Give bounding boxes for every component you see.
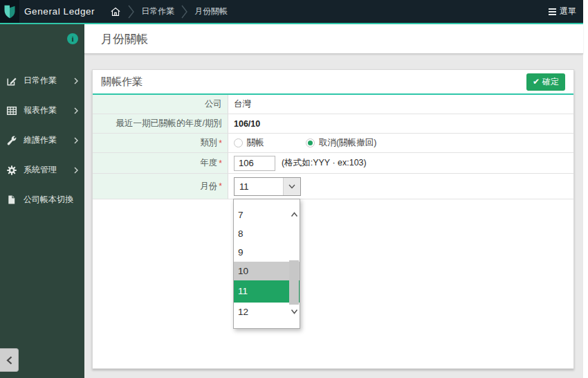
book-icon [6, 194, 18, 206]
scroll-up-icon[interactable] [291, 208, 298, 220]
sidebar-info-row: i [0, 24, 84, 55]
required-asterisk: * [219, 181, 222, 191]
app-title: General Ledger [24, 6, 95, 17]
month-label: 月份* [93, 174, 228, 199]
year-label: 年度* [93, 153, 228, 173]
chevron-down-icon [288, 184, 295, 189]
sidebar-item-label: 維護作業 [24, 134, 74, 146]
chevron-right-icon [74, 137, 78, 144]
dropdown-scrollbar[interactable] [288, 199, 300, 328]
breadcrumb-separator-icon [181, 3, 187, 20]
chevron-right-icon [74, 167, 78, 174]
row-year: 年度* (格式如:YYY · ex:103) [93, 153, 573, 174]
sidebar-item-label: 報表作業 [24, 105, 74, 116]
sidebar: i 日常作業 [0, 24, 84, 378]
year-field-area: (格式如:YYY · ex:103) [228, 153, 573, 173]
sidebar-item-label: 公司帳本切換 [24, 194, 78, 206]
scrollbar-thumb[interactable] [289, 260, 299, 305]
month-dropdown-list: 6 7 8 9 10 11 12 [233, 199, 300, 329]
type-options: 關帳 取消(關帳撤回) [228, 134, 573, 152]
radio-cancel-close-label: 取消(關帳撤回) [319, 137, 376, 149]
sidebar-item-system[interactable]: 系統管理 [0, 155, 84, 185]
app-logo [0, 0, 19, 23]
sidebar-item-reports[interactable]: 報表作業 [0, 96, 84, 125]
row-month: 月份* 11 [93, 174, 573, 199]
radio-close-circle[interactable] [234, 138, 243, 147]
topbar: General Ledger 日常作業 月份關帳 選單 [0, 0, 583, 23]
month-select[interactable]: 11 [234, 177, 301, 196]
app-window: General Ledger 日常作業 月份關帳 選單 i [0, 0, 583, 378]
page-title-bar: 月份關帳 [84, 24, 583, 54]
radio-close[interactable]: 關帳 [234, 137, 264, 149]
radio-cancel-close-circle[interactable] [306, 138, 315, 147]
last-closed-label: 最近一期已關帳的年度/期別 [93, 114, 228, 133]
check-icon: ✔ [533, 77, 540, 87]
sidebar-menu: 日常作業 報表作業 [0, 66, 84, 215]
year-format-hint: (格式如:YYY · ex:103) [282, 157, 367, 169]
sidebar-collapse-button[interactable] [0, 348, 19, 372]
main-content: 月份關帳 關帳作業 ✔ 確定 公司 台灣 [84, 24, 583, 378]
row-type: 類別* 關帳 取消(關帳撤回) [93, 134, 573, 153]
radio-cancel-close[interactable]: 取消(關帳撤回) [306, 137, 376, 149]
required-asterisk: * [219, 159, 222, 168]
home-icon[interactable] [110, 6, 121, 17]
panel-header: 關帳作業 ✔ 確定 [93, 70, 573, 95]
month-select-value: 11 [235, 178, 283, 195]
panel-title: 關帳作業 [101, 75, 143, 89]
radio-close-label: 關帳 [247, 137, 264, 149]
required-asterisk: * [219, 138, 222, 148]
row-last-closed: 最近一期已關帳的年度/期別 106/10 [93, 114, 573, 134]
page-title: 月份關帳 [101, 31, 148, 47]
row-company: 公司 台灣 [93, 95, 573, 114]
breadcrumb-item-daily-ops[interactable]: 日常作業 [141, 6, 174, 17]
info-icon[interactable]: i [67, 33, 78, 44]
company-value: 台灣 [228, 95, 573, 114]
chevron-right-icon [74, 78, 78, 84]
month-field-area: 11 [228, 174, 573, 199]
sidebar-item-label: 日常作業 [24, 75, 74, 87]
close-period-panel: 關帳作業 ✔ 確定 公司 台灣 最近一期已關帳的年度/期別 [92, 69, 574, 369]
sidebar-item-ledger-switch[interactable]: 公司帳本切換 [0, 185, 84, 215]
confirm-button[interactable]: ✔ 確定 [526, 73, 565, 91]
gear-icon [6, 164, 18, 176]
chevron-left-icon [6, 356, 12, 365]
edit-icon [6, 75, 18, 87]
menu-label: 選單 [560, 6, 576, 17]
scroll-down-icon[interactable] [291, 305, 298, 317]
sidebar-item-label: 系統管理 [24, 164, 74, 176]
breadcrumb-separator-icon [128, 3, 134, 20]
hamburger-icon [549, 8, 556, 15]
confirm-button-label: 確定 [542, 76, 559, 88]
menu-button[interactable]: 選單 [549, 6, 576, 17]
select-arrow-area[interactable] [283, 178, 300, 195]
type-label: 類別* [93, 134, 228, 152]
table-icon [6, 105, 18, 116]
chevron-right-icon [74, 107, 78, 114]
sidebar-item-maintenance[interactable]: 維護作業 [0, 125, 84, 155]
shield-logo-icon [3, 4, 17, 19]
company-label: 公司 [93, 95, 228, 114]
breadcrumb-item-month-close[interactable]: 月份關帳 [194, 6, 228, 17]
wrench-icon [6, 134, 18, 146]
sidebar-item-daily-ops[interactable]: 日常作業 [0, 66, 84, 96]
last-closed-value: 106/10 [228, 114, 573, 133]
year-input[interactable] [234, 156, 275, 171]
